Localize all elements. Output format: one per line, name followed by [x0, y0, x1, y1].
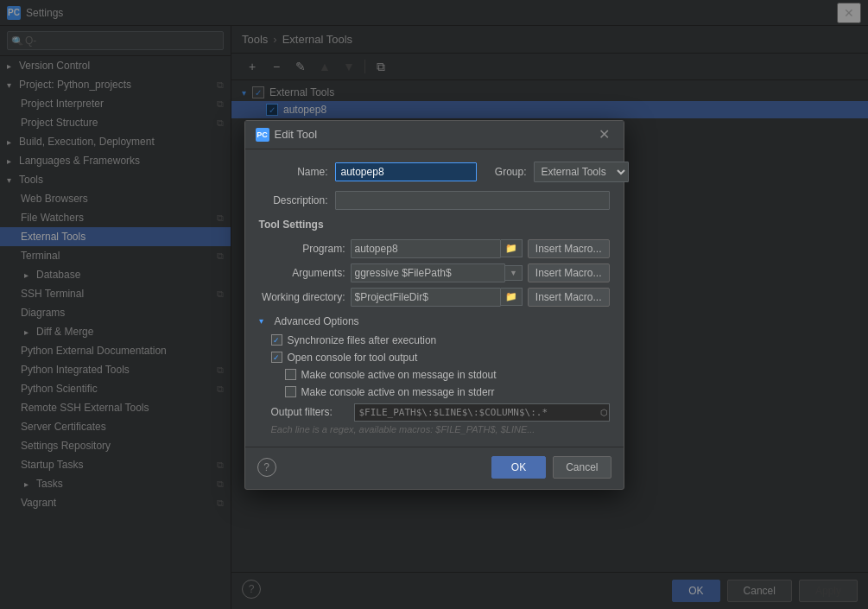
modal-title: Edit Tool [275, 128, 318, 141]
edit-tool-dialog: PC Edit Tool ✕ Name: Group: External Too… [244, 120, 624, 490]
arguments-input-wrap: ▼ [351, 263, 523, 282]
make-active-stdout-row: Make console active on message in stdout [259, 369, 610, 381]
make-active-stderr-checkbox[interactable] [285, 386, 296, 397]
make-active-stderr-label: Make console active on message in stderr [301, 386, 495, 398]
output-filters-label: Output filters: [271, 406, 349, 418]
modal-app-icon: PC [256, 128, 269, 142]
arguments-input[interactable] [351, 263, 505, 282]
modal-body: Name: Group: External Tools Description:… [245, 149, 624, 447]
advanced-options-toggle[interactable]: Advanced Options [259, 315, 610, 327]
advanced-chevron-icon [259, 316, 268, 326]
make-active-stdout-checkbox[interactable] [285, 369, 296, 380]
working-dir-input[interactable] [351, 288, 501, 307]
description-label: Description: [259, 194, 328, 206]
output-filters-row: Output filters: ⬡ [259, 403, 610, 422]
output-filters-input[interactable] [354, 403, 610, 422]
output-expand-button[interactable]: ⬡ [600, 408, 608, 417]
group-label: Group: [484, 166, 527, 178]
group-select[interactable]: External Tools [534, 162, 629, 182]
program-insert-macro-button[interactable]: Insert Macro... [528, 239, 610, 258]
program-input-wrap: 📁 [351, 239, 523, 258]
modal-bottom: ? OK Cancel [245, 447, 624, 489]
output-hint: Each line is a regex, available macros: … [259, 424, 610, 435]
advanced-options-section: Advanced Options Synchronize files after… [259, 315, 610, 435]
program-folder-button[interactable]: 📁 [501, 239, 523, 257]
working-dir-label: Working directory: [259, 291, 345, 303]
output-filters-input-wrap: ⬡ [354, 403, 610, 422]
open-console-row: Open console for tool output [259, 352, 610, 364]
working-dir-input-wrap: 📁 [351, 288, 523, 307]
working-dir-folder-button[interactable]: 📁 [501, 288, 523, 306]
modal-overlay: PC Edit Tool ✕ Name: Group: External Too… [0, 0, 868, 609]
name-input[interactable] [335, 162, 477, 181]
make-active-stdout-label: Make console active on message in stdout [301, 369, 497, 381]
sync-files-checkbox[interactable] [271, 334, 282, 346]
modal-close-button[interactable]: ✕ [595, 128, 613, 142]
modal-cancel-button[interactable]: Cancel [553, 456, 611, 479]
description-row: Description: [259, 191, 610, 210]
open-console-label: Open console for tool output [288, 352, 418, 364]
sync-files-label: Synchronize files after execution [288, 334, 437, 346]
sync-files-row: Synchronize files after execution [259, 334, 610, 346]
program-input[interactable] [351, 239, 501, 258]
modal-help-button[interactable]: ? [257, 458, 276, 477]
working-dir-insert-macro-button[interactable]: Insert Macro... [528, 288, 610, 307]
make-active-stderr-row: Make console active on message in stderr [259, 386, 610, 398]
arguments-label: Arguments: [259, 267, 345, 279]
arguments-insert-macro-button[interactable]: Insert Macro... [528, 263, 610, 282]
open-console-checkbox[interactable] [271, 352, 282, 363]
arguments-folder-button[interactable]: ▼ [505, 265, 523, 281]
program-label: Program: [259, 243, 345, 255]
name-label: Name: [259, 166, 328, 178]
group-select-wrap: External Tools [534, 162, 629, 182]
tool-settings-grid: Program: 📁 Insert Macro... Arguments: ▼ … [259, 239, 610, 307]
tool-settings-title: Tool Settings [259, 219, 610, 231]
modal-ok-button[interactable]: OK [491, 456, 546, 479]
description-input[interactable] [335, 191, 610, 210]
modal-titlebar: PC Edit Tool ✕ [245, 121, 624, 149]
advanced-options-label: Advanced Options [275, 315, 359, 327]
name-group-row: Name: Group: External Tools [259, 162, 610, 182]
